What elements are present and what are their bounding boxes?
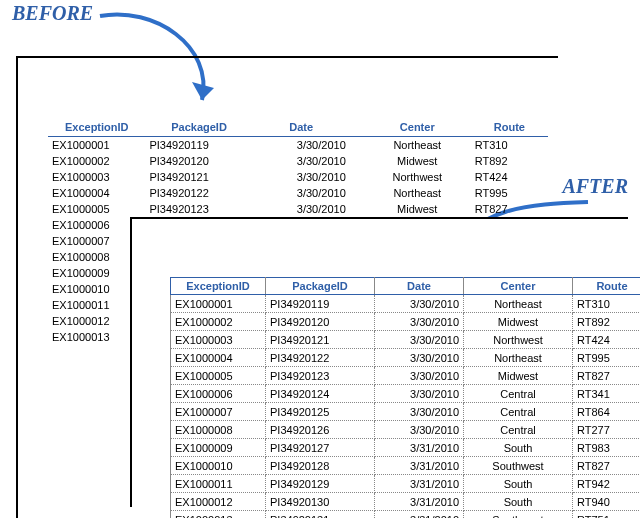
- cell-ex: EX1000007: [171, 403, 266, 421]
- cell-date: 3/31/2010: [375, 439, 464, 457]
- cell-route: RT751: [573, 511, 641, 519]
- cell-center: Midwest: [464, 313, 573, 331]
- cell-ex: EX1000005: [171, 367, 266, 385]
- cell-route: RT995: [573, 349, 641, 367]
- cell-pkg: PI34920128: [266, 457, 375, 475]
- cell-center: South: [464, 493, 573, 511]
- table-row: EX1000001PI349201193/30/2010NortheastRT3…: [48, 137, 548, 154]
- cell-pkg: PI34920121: [266, 331, 375, 349]
- cell-date: 3/30/2010: [253, 185, 364, 201]
- cell-center: Northeast: [464, 295, 573, 313]
- cell-pkg: PI34920126: [266, 421, 375, 439]
- col-package: PackageID: [266, 278, 375, 295]
- cell-route: RT341: [573, 385, 641, 403]
- cell-date: 3/30/2010: [375, 331, 464, 349]
- label-after: AFTER: [562, 175, 628, 198]
- cell-date: 3/30/2010: [253, 137, 364, 154]
- cell-route: RT940: [573, 493, 641, 511]
- after-table: ExceptionID PackageID Date Center Route …: [170, 277, 640, 518]
- cell-route: RT310: [471, 137, 548, 154]
- col-package: PackageID: [145, 118, 252, 137]
- cell-center: Southwest: [464, 511, 573, 519]
- cell-pkg: PI34920129: [266, 475, 375, 493]
- table-row: EX1000012PI349201303/31/2010SouthRT940: [171, 493, 641, 511]
- table-row: EX1000005PI349201233/30/2010MidwestRT827: [48, 201, 548, 217]
- cell-route: RT892: [573, 313, 641, 331]
- table-row: EX1000010PI349201283/31/2010SouthwestRT8…: [171, 457, 641, 475]
- cell-center: South: [464, 475, 573, 493]
- cell-center: Midwest: [364, 201, 471, 217]
- table-row: EX1000004PI349201223/30/2010NortheastRT9…: [48, 185, 548, 201]
- cell-pkg: PI34920123: [266, 367, 375, 385]
- cell-date: 3/30/2010: [253, 201, 364, 217]
- table-row: EX1000006PI349201243/30/2010CentralRT341: [171, 385, 641, 403]
- table-row: EX1000013PI349201313/31/2010SouthwestRT7…: [171, 511, 641, 519]
- cell-center: Northeast: [464, 349, 573, 367]
- cell-pkg: PI34920123: [145, 201, 252, 217]
- cell-ex: EX1000003: [171, 331, 266, 349]
- cell-route: RT277: [573, 421, 641, 439]
- cell-route: RT424: [471, 169, 548, 185]
- cell-date: 3/31/2010: [375, 475, 464, 493]
- cell-pkg: PI34920125: [266, 403, 375, 421]
- cell-route: RT892: [471, 153, 548, 169]
- cell-route: RT942: [573, 475, 641, 493]
- cell-date: 3/31/2010: [375, 493, 464, 511]
- cell-date: 3/30/2010: [375, 403, 464, 421]
- col-route: Route: [471, 118, 548, 137]
- cell-center: Southwest: [464, 457, 573, 475]
- cell-route: RT310: [573, 295, 641, 313]
- cell-date: 3/30/2010: [375, 349, 464, 367]
- cell-pkg: PI34920119: [266, 295, 375, 313]
- cell-ex: EX1000003: [48, 169, 145, 185]
- col-center: Center: [364, 118, 471, 137]
- table-row: EX1000003PI349201213/30/2010NorthwestRT4…: [171, 331, 641, 349]
- cell-date: 3/30/2010: [375, 421, 464, 439]
- cell-center: Midwest: [464, 367, 573, 385]
- col-exception: ExceptionID: [48, 118, 145, 137]
- cell-pkg: PI34920131: [266, 511, 375, 519]
- cell-center: Central: [464, 403, 573, 421]
- cell-date: 3/30/2010: [375, 295, 464, 313]
- cell-pkg: PI34920122: [145, 185, 252, 201]
- table-row: EX1000002PI349201203/30/2010MidwestRT892: [48, 153, 548, 169]
- col-center: Center: [464, 278, 573, 295]
- cell-ex: EX1000011: [171, 475, 266, 493]
- cell-pkg: PI34920120: [145, 153, 252, 169]
- cell-ex: EX1000013: [171, 511, 266, 519]
- cell-ex: EX1000002: [48, 153, 145, 169]
- before-header-row: ExceptionID PackageID Date Center Route: [48, 118, 548, 137]
- cell-ex: EX1000002: [171, 313, 266, 331]
- table-row: EX1000004PI349201223/30/2010NortheastRT9…: [171, 349, 641, 367]
- cell-ex: EX1000010: [171, 457, 266, 475]
- cell-ex: EX1000005: [48, 201, 145, 217]
- cell-date: 3/30/2010: [253, 169, 364, 185]
- cell-ex: EX1000001: [48, 137, 145, 154]
- col-date: Date: [375, 278, 464, 295]
- table-row: EX1000003PI349201213/30/2010NorthwestRT4…: [48, 169, 548, 185]
- cell-pkg: PI34920120: [266, 313, 375, 331]
- table-row: EX1000008PI349201263/30/2010CentralRT277: [171, 421, 641, 439]
- cell-center: Central: [464, 421, 573, 439]
- cell-center: Northwest: [364, 169, 471, 185]
- label-before: BEFORE: [12, 2, 93, 25]
- after-frame: ExceptionID PackageID Date Center Route …: [130, 217, 628, 507]
- cell-center: Central: [464, 385, 573, 403]
- cell-route: RT827: [471, 201, 548, 217]
- cell-ex: EX1000012: [171, 493, 266, 511]
- cell-date: 3/31/2010: [375, 511, 464, 519]
- cell-pkg: PI34920124: [266, 385, 375, 403]
- cell-route: RT827: [573, 457, 641, 475]
- table-row: EX1000009PI349201273/31/2010SouthRT983: [171, 439, 641, 457]
- cell-center: South: [464, 439, 573, 457]
- table-row: EX1000011PI349201293/31/2010SouthRT942: [171, 475, 641, 493]
- cell-route: RT983: [573, 439, 641, 457]
- cell-ex: EX1000004: [171, 349, 266, 367]
- cell-pkg: PI34920130: [266, 493, 375, 511]
- after-body: EX1000001PI349201193/30/2010NortheastRT3…: [171, 295, 641, 519]
- table-row: EX1000007PI349201253/30/2010CentralRT864: [171, 403, 641, 421]
- col-exception: ExceptionID: [171, 278, 266, 295]
- cell-route: RT995: [471, 185, 548, 201]
- cell-center: Northwest: [464, 331, 573, 349]
- cell-date: 3/31/2010: [375, 457, 464, 475]
